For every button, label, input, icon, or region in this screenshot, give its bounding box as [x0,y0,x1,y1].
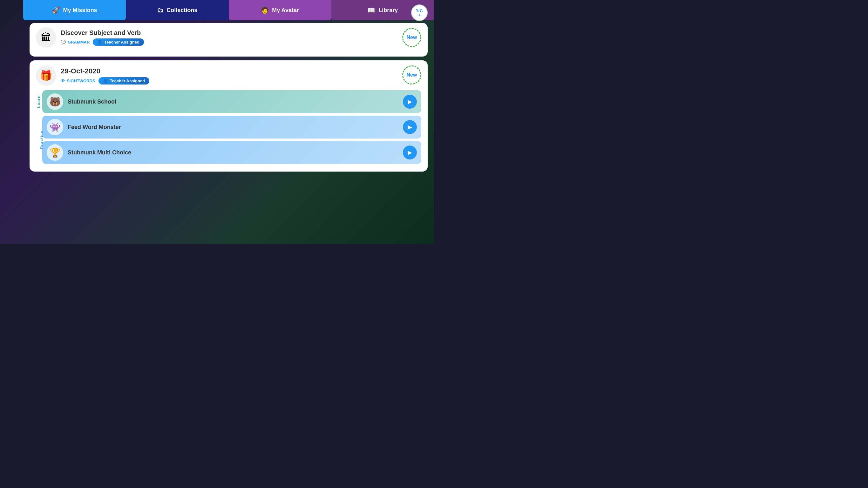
tab-my-missions-label: My Missions [63,7,97,14]
avatar-icon: 🧑 [261,6,269,14]
tab-collections-label: Collections [166,7,197,14]
new-badge-1: New [402,28,421,47]
tab-my-avatar-label: My Avatar [272,7,299,14]
stubmunk-school-title: Stubmunk School [68,98,398,105]
mission-tags: 👁 SIGHTWORDS 👤 Teacher Assigned [61,77,421,85]
rocket-icon: 🚀 [52,6,60,14]
stubmunk-multi-choice-title: Stubmunk Multi Choice [68,149,398,156]
person-icon-2: 👤 [103,79,108,83]
partial-mission-header: 🏛 Discover Subject and Verb 💬 GRAMMAR 👤 … [36,27,421,48]
user-avatar-button[interactable]: Y.7. + [411,4,428,21]
mission-info: 29-Oct-2020 👁 SIGHTWORDS 👤 Teacher Assig… [61,67,421,85]
person-icon-1: 👤 [97,40,102,44]
tab-collections[interactable]: 🗂 Collections [126,0,228,20]
quote-icon: 💬 [61,40,66,44]
partial-mission-card: 🏛 Discover Subject and Verb 💬 GRAMMAR 👤 … [30,23,428,57]
partial-mission-title: Discover Subject and Verb [61,29,421,36]
library-icon: 📖 [367,6,375,14]
avatar-plus: + [418,13,420,18]
navbar: 🚀 My Missions 🗂 Collections 🧑 My Avatar … [23,0,434,20]
learn-section: Learn 🐻 Stubmunk School ▶ [36,90,421,113]
mission-chest-icon: 🎁 [36,65,56,86]
partial-mission-icon: 🏛 [36,27,56,48]
mission-card: 🎁 29-Oct-2020 👁 SIGHTWORDS 👤 Teacher Ass… [30,60,428,172]
eye-icon: 👁 [61,79,65,83]
collections-icon: 🗂 [157,7,163,14]
stubmunk-multi-choice-row[interactable]: 🏆 Stubmunk Multi Choice ▶ [42,141,421,164]
feed-word-monster-play-button[interactable]: ▶ [403,120,417,134]
sightwords-tag: 👁 SIGHTWORDS [61,79,95,83]
practice-section: Practice 👾 Feed Word Monster ▶ 🏆 Stubmun… [36,116,421,164]
feed-word-monster-icon: 👾 [47,119,63,135]
mission-date: 29-Oct-2020 [61,67,421,75]
stubmunk-school-icon: 🐻 [47,93,63,110]
learn-label: Learn [36,95,41,108]
tab-library-label: Library [378,7,398,14]
teacher-assigned-tag-2[interactable]: 👤 Teacher Assigned [98,77,150,85]
tab-my-missions[interactable]: 🚀 My Missions [23,0,126,20]
partial-mission-tags: 💬 GRAMMAR 👤 Teacher Assigned [61,38,421,46]
teacher-assigned-tag-1[interactable]: 👤 Teacher Assigned [93,38,144,46]
grammar-tag: 💬 GRAMMAR [61,40,90,44]
partial-mission-info: Discover Subject and Verb 💬 GRAMMAR 👤 Te… [61,29,421,46]
stubmunk-school-play-button[interactable]: ▶ [403,95,417,109]
feed-word-monster-title: Feed Word Monster [68,124,398,130]
stubmunk-multi-choice-icon: 🏆 [47,144,63,161]
mission-header: 🎁 29-Oct-2020 👁 SIGHTWORDS 👤 Teacher Ass… [36,65,421,86]
practice-label: Practice [39,130,44,149]
tab-my-avatar[interactable]: 🧑 My Avatar [229,0,331,20]
avatar-initials: Y.7. [415,8,423,13]
new-badge-2: New [402,65,421,85]
stubmunk-multi-choice-play-button[interactable]: ▶ [403,146,417,159]
content-area: 🏛 Discover Subject and Verb 💬 GRAMMAR 👤 … [23,20,434,244]
feed-word-monster-row[interactable]: 👾 Feed Word Monster ▶ [42,116,421,139]
stubmunk-school-row[interactable]: 🐻 Stubmunk School ▶ [42,90,421,113]
